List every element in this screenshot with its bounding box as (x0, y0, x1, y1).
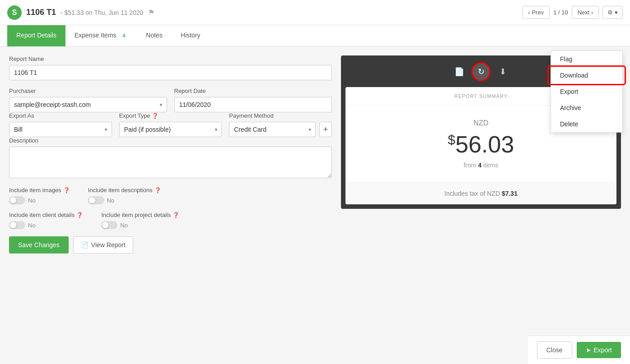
menu-item-flag[interactable]: Flag (551, 51, 622, 67)
description-group: Description (9, 137, 332, 180)
summary-items: from 4 items (355, 161, 607, 169)
include-images-help-icon[interactable]: ❓ (63, 187, 70, 194)
add-payment-method-button[interactable]: + (319, 122, 332, 137)
save-changes-button[interactable]: Save Changes (9, 236, 69, 253)
app-logo: S (7, 5, 22, 20)
tabs-bar: Report Details Expense Items 4 Notes His… (0, 25, 630, 46)
include-descriptions-toggle[interactable] (88, 196, 104, 204)
include-images-label-row: Include item images ❓ (9, 187, 70, 194)
report-name-group: Report Name (9, 55, 332, 80)
report-title: 1106 T1 (26, 8, 56, 17)
export-type-select[interactable]: Paid (if possible) (119, 122, 222, 137)
export-type-group: Export Type ❓ Paid (if possible) ▼ (119, 112, 222, 137)
include-descriptions-label: Include item descriptions (88, 187, 153, 194)
tab-report-details[interactable]: Report Details (7, 25, 65, 46)
preview-document-button[interactable]: 📄 (451, 64, 467, 80)
include-client-group: Include item client details ❓ No (9, 212, 83, 229)
menu-item-export[interactable]: Export (551, 83, 622, 100)
include-client-control: No (9, 221, 83, 229)
export-as-select[interactable]: Bill (9, 122, 112, 137)
include-client-toggle[interactable] (9, 221, 25, 229)
tab-history[interactable]: History (172, 25, 210, 46)
payment-method-label: Payment Method (229, 112, 332, 119)
export-type-label: Export Type ❓ (119, 112, 222, 119)
export-type-help-icon[interactable]: ❓ (152, 113, 159, 119)
include-descriptions-label-row: Include item descriptions ❓ (88, 187, 161, 194)
include-project-help-icon[interactable]: ❓ (173, 212, 179, 218)
export-as-group: Export As Bill ▼ (9, 112, 112, 137)
include-client-label-row: Include item client details ❓ (9, 212, 83, 218)
amount-value: 56.03 (455, 131, 514, 157)
include-client-help-icon[interactable]: ❓ (76, 212, 83, 218)
report-name-label: Report Name (9, 55, 332, 62)
preview-refresh-button[interactable]: ↻ (473, 64, 489, 80)
include-descriptions-control: No (88, 196, 161, 204)
report-name-input[interactable] (9, 65, 332, 80)
dropdown-menu: Flag Download Export Archive Delete (551, 51, 623, 133)
description-label: Description (9, 137, 332, 144)
report-subtitle: - $51.33 on Thu, Jun 11 2020 (61, 9, 143, 16)
next-button[interactable]: Next › (572, 6, 599, 19)
tab-notes[interactable]: Notes (137, 25, 172, 46)
include-images-toggle[interactable] (9, 196, 25, 204)
include-descriptions-group: Include item descriptions ❓ No (88, 187, 161, 204)
payment-select-wrap: Credit Card ▼ (229, 122, 316, 137)
summary-big-amount: $56.03 (355, 131, 607, 158)
include-client-label: Include item client details (9, 212, 75, 218)
include-project-label-row: Include item project details ❓ (101, 212, 179, 218)
report-date-group: Report Date (174, 88, 332, 112)
include-client-value: No (28, 222, 36, 229)
document-icon: 📄 (81, 241, 89, 249)
purchaser-select[interactable]: sample@receipt-stash.com (9, 97, 167, 112)
include-project-value: No (120, 222, 128, 229)
download-icon: ⬇ (499, 67, 506, 77)
page-info: 1 / 10 (553, 9, 568, 16)
document-preview-icon: 📄 (454, 67, 464, 77)
include-descriptions-value: No (107, 197, 115, 204)
include-project-toggle[interactable] (101, 221, 117, 229)
header-right: ‹ Prev 1 / 10 Next › ⚙ ▾ (523, 6, 623, 19)
report-date-input[interactable] (174, 97, 332, 112)
include-project-label: Include item project details (101, 212, 171, 218)
include-images-group: Include item images ❓ No (9, 187, 70, 204)
export-as-label: Export As (9, 112, 112, 119)
refresh-icon: ↻ (478, 67, 485, 77)
purchaser-label: Purchaser (9, 88, 167, 94)
gear-icon: ⚙ ▾ (607, 9, 618, 16)
export-as-select-wrap: Bill ▼ (9, 122, 112, 137)
include-images-control: No (9, 196, 70, 204)
include-images-label: Include item images (9, 187, 61, 194)
expense-items-badge: 4 (120, 32, 128, 39)
include-images-value: No (28, 197, 36, 204)
menu-item-archive[interactable]: Archive (551, 100, 622, 116)
header-left: S 1106 T1 - $51.33 on Thu, Jun 11 2020 ⚑ (7, 5, 154, 20)
payment-method-select[interactable]: Credit Card (229, 122, 316, 137)
action-buttons: Save Changes 📄 View Report (9, 236, 332, 253)
settings-button[interactable]: ⚙ ▾ (602, 6, 623, 19)
purchaser-date-row: Purchaser sample@receipt-stash.com ▼ Rep… (9, 88, 332, 112)
main-content: Report Name Purchaser sample@receipt-sta… (0, 46, 630, 263)
payment-method-group: Payment Method Credit Card ▼ + (229, 112, 332, 137)
menu-item-download[interactable]: Download (551, 67, 622, 83)
form-section: Report Name Purchaser sample@receipt-sta… (9, 55, 332, 253)
header: S 1106 T1 - $51.33 on Thu, Jun 11 2020 ⚑… (0, 0, 630, 25)
summary-tax: Includes tax of NZD $7.31 (345, 182, 616, 204)
include-descriptions-help-icon[interactable]: ❓ (154, 187, 161, 194)
toggles-row-2: Include item client details ❓ No Include… (9, 212, 332, 229)
toggles-row-1: Include item images ❓ No Include item de… (9, 187, 332, 204)
tab-expense-items[interactable]: Expense Items 4 (65, 25, 137, 46)
purchaser-select-wrap: sample@receipt-stash.com ▼ (9, 97, 167, 112)
export-type-select-wrap: Paid (if possible) ▼ (119, 122, 222, 137)
include-project-group: Include item project details ❓ No (101, 212, 179, 229)
include-project-control: No (101, 221, 179, 229)
menu-item-delete[interactable]: Delete (551, 116, 622, 132)
prev-button[interactable]: ‹ Prev (523, 6, 550, 19)
report-date-label: Report Date (174, 88, 332, 94)
dollar-sign: $ (448, 132, 456, 147)
purchaser-group: Purchaser sample@receipt-stash.com ▼ (9, 88, 167, 112)
view-report-button[interactable]: 📄 View Report (73, 236, 133, 253)
preview-download-button[interactable]: ⬇ (495, 64, 511, 80)
flag-icon[interactable]: ⚑ (148, 8, 154, 17)
description-textarea[interactable] (9, 147, 332, 178)
payment-method-row: Credit Card ▼ + (229, 122, 332, 137)
